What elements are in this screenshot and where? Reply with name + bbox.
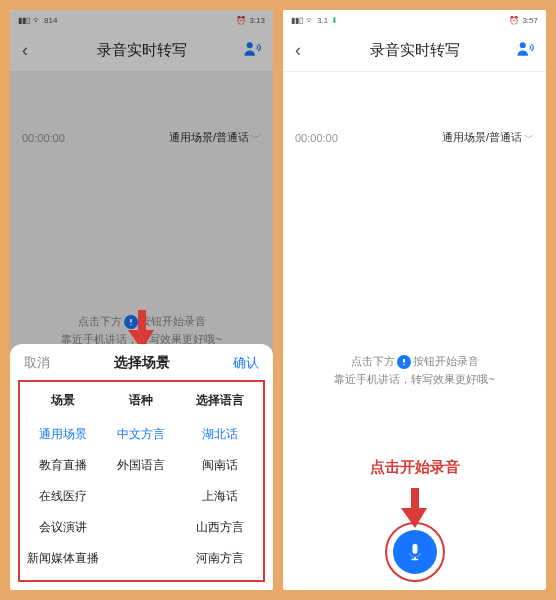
wifi-icon: ᯤ bbox=[306, 16, 314, 25]
phone-left: ▮▮▯ ᯤ 814 ⏰ 3:13 ‹ 录音实时转写 00:00:00 通用场景/… bbox=[10, 10, 273, 590]
sheet-header: 取消 选择场景 确认 bbox=[18, 354, 265, 380]
annotation-box: 场景 语种 选择语言 通用场景 教育直播 在线医疗 会议演讲 新闻媒体直播 中文… bbox=[18, 380, 265, 582]
timer-row: 00:00:00 通用场景/普通话 ﹀ bbox=[283, 122, 546, 153]
scene-option[interactable]: 通用场景 bbox=[24, 419, 102, 450]
avatar-icon[interactable] bbox=[516, 40, 534, 62]
annotation-circle bbox=[385, 522, 445, 582]
status-bar: ▮▮▯ ᯤ 3.1 ⬇ ⏰ 3:57 bbox=[283, 10, 546, 30]
dialect-option[interactable]: 河南方言 bbox=[181, 543, 259, 574]
scene-lang-text: 通用场景/普通话 bbox=[442, 130, 522, 145]
dialect-option[interactable]: 湖北话 bbox=[181, 419, 259, 450]
record-button[interactable] bbox=[393, 530, 437, 574]
confirm-button[interactable]: 确认 bbox=[233, 354, 259, 372]
page-title: 录音实时转写 bbox=[370, 41, 460, 60]
hint-post: 按钮开始录音 bbox=[413, 353, 479, 371]
mic-icon bbox=[397, 355, 411, 369]
download-icon: ⬇ bbox=[331, 16, 338, 25]
phone-right: ▮▮▯ ᯤ 3.1 ⬇ ⏰ 3:57 ‹ 录音实时转写 00:00:00 通用场… bbox=[283, 10, 546, 590]
langtype-option[interactable]: 中文方言 bbox=[102, 419, 180, 450]
dialect-option[interactable]: 闽南话 bbox=[181, 450, 259, 481]
time-text: 3:57 bbox=[522, 16, 538, 25]
sheet-title: 选择场景 bbox=[114, 354, 170, 372]
status-left: ▮▮▯ ᯤ 3.1 ⬇ bbox=[291, 16, 338, 25]
dialect-option[interactable]: 山西方言 bbox=[181, 512, 259, 543]
net-text: 3.1 bbox=[317, 16, 328, 25]
hint-block: 点击下方 按钮开始录音 靠近手机讲话，转写效果更好哦~ bbox=[283, 353, 546, 388]
signal-icon: ▮▮▯ bbox=[291, 16, 303, 25]
tutorial-comparison: ▮▮▯ ᯤ 814 ⏰ 3:13 ‹ 录音实时转写 00:00:00 通用场景/… bbox=[0, 0, 556, 600]
scene-language-selector[interactable]: 通用场景/普通话 ﹀ bbox=[442, 130, 534, 145]
hint-line2: 靠近手机讲话，转写效果更好哦~ bbox=[283, 371, 546, 389]
alarm-icon: ⏰ bbox=[509, 16, 519, 25]
app-header: ‹ 录音实时转写 bbox=[283, 30, 546, 72]
svg-point-1 bbox=[520, 42, 526, 48]
scene-picker-sheet: 取消 选择场景 确认 场景 语种 选择语言 通用场景 教育直播 在线医疗 会议演… bbox=[10, 344, 273, 590]
dialect-option[interactable]: 上海话 bbox=[181, 481, 259, 512]
col-head-dialect: 选择语言 bbox=[181, 388, 259, 419]
scene-option[interactable]: 在线医疗 bbox=[24, 481, 102, 512]
back-icon[interactable]: ‹ bbox=[295, 40, 301, 61]
chevron-down-icon: ﹀ bbox=[524, 131, 534, 145]
cancel-button[interactable]: 取消 bbox=[24, 354, 50, 372]
timer-text: 00:00:00 bbox=[295, 132, 338, 144]
annotation-label: 点击开始录音 bbox=[370, 458, 460, 477]
col-head-langtype: 语种 bbox=[102, 388, 180, 419]
scene-option[interactable]: 会议演讲 bbox=[24, 512, 102, 543]
hint-pre: 点击下方 bbox=[351, 353, 395, 371]
langtype-option[interactable]: 外国语言 bbox=[102, 450, 180, 481]
scene-option[interactable]: 新闻媒体直播 bbox=[24, 543, 102, 574]
col-head-scene: 场景 bbox=[24, 388, 102, 419]
status-right: ⏰ 3:57 bbox=[509, 16, 538, 25]
scene-option[interactable]: 教育直播 bbox=[24, 450, 102, 481]
